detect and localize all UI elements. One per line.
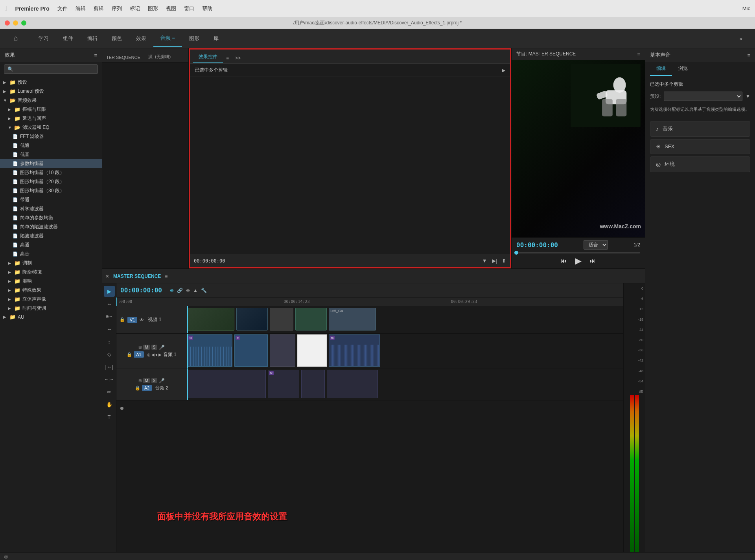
audio-clip-a2-4[interactable]	[327, 370, 378, 398]
next-frame-btn[interactable]: ⏭	[589, 257, 596, 264]
traffic-light-red[interactable]	[5, 20, 10, 26]
timeline-ruler[interactable]: :00:00 00:00:14:23 00:00:29:23	[116, 297, 623, 306]
expand-arrow[interactable]: ▶	[502, 68, 505, 73]
nav-item-components[interactable]: 组件	[56, 30, 80, 47]
tool-pen[interactable]: ✏	[104, 386, 115, 397]
tree-item-denoise[interactable]: ▶ 📁 降杂/恢复	[0, 268, 102, 277]
menu-item-file[interactable]: 文件	[57, 5, 68, 12]
tab-browse[interactable]: 浏览	[672, 62, 694, 76]
tree-item-au[interactable]: ▶ 📁 AU	[0, 313, 102, 321]
video-clip-1[interactable]	[187, 308, 234, 330]
tree-item-treble[interactable]: 📄 高音	[0, 250, 102, 259]
tree-item-audio-effects[interactable]: ▼ 📂 音频效果	[0, 96, 102, 105]
basic-sound-menu-icon[interactable]: ≡	[747, 52, 750, 58]
tool-slip[interactable]: |↔|	[104, 361, 115, 372]
program-timecode[interactable]: 00:00:00:00	[516, 241, 558, 249]
track-a2-mic-icon[interactable]: 🎤	[159, 378, 165, 384]
tool-track-select[interactable]: ↔	[104, 298, 115, 309]
export-icon[interactable]: ⬆	[502, 258, 506, 264]
category-sfx[interactable]: ✳ SFX	[650, 139, 750, 154]
track-v1-eye-icon[interactable]: 👁	[140, 318, 144, 322]
audio-clip-a1-1[interactable]: fx	[187, 334, 232, 367]
nav-item-learn[interactable]: 学习	[31, 30, 56, 47]
menu-item-mark[interactable]: 标记	[130, 5, 140, 12]
video-clip-2[interactable]	[236, 308, 268, 330]
effects-search-input[interactable]	[4, 64, 98, 74]
tree-item-lowpass[interactable]: 📄 低通	[0, 141, 102, 150]
playhead-indicator[interactable]	[514, 251, 518, 255]
tree-item-scientific-filter[interactable]: 📄 科学滤波器	[0, 204, 102, 213]
tree-item-graphic-eq-10[interactable]: 📄 图形均衡器（10 段）	[0, 168, 102, 177]
audio-clip-a1-4[interactable]	[297, 334, 327, 367]
menu-item-view[interactable]: 视图	[166, 5, 176, 12]
tree-item-delay[interactable]: ▶ 📁 延迟与回声	[0, 114, 102, 123]
timeline-menu-btn[interactable]: ≡	[165, 274, 168, 279]
tree-item-bandpass[interactable]: 📄 带通	[0, 195, 102, 204]
track-a2-lock-icon[interactable]: 🔒	[135, 386, 140, 391]
tree-item-highpass[interactable]: 📄 高通	[0, 241, 102, 250]
tab-effects-control[interactable]: 效果控件	[193, 51, 223, 63]
snap-icon[interactable]: ⊕	[170, 288, 174, 293]
link-icon[interactable]: 🔗	[177, 288, 183, 293]
nav-item-color[interactable]: 颜色	[105, 30, 129, 47]
tree-item-graphic-eq-30[interactable]: 📄 图形均衡器（30 段）	[0, 186, 102, 195]
timeline-close-btn[interactable]: ✕	[105, 274, 109, 279]
timeline-timecode[interactable]: 00:00:00:00	[120, 286, 162, 294]
nav-more-icon[interactable]: »	[735, 31, 747, 46]
menu-item-sequence[interactable]: 序列	[112, 5, 122, 12]
effects-menu-btn[interactable]: ≡	[223, 53, 232, 63]
nav-item-graphics[interactable]: 图形	[182, 30, 206, 47]
playback-bar[interactable]	[516, 252, 640, 253]
traffic-light-green[interactable]	[21, 20, 26, 26]
tree-item-filter-eq[interactable]: ▼ 📂 滤波器和 EQ	[0, 123, 102, 132]
tree-item-stereo[interactable]: ▶ 📁 立体声声像	[0, 295, 102, 304]
tab-edit[interactable]: 编辑	[650, 62, 672, 76]
tab-ter-sequence[interactable]: TER SEQUENCE	[102, 53, 144, 62]
program-menu-icon[interactable]: ≡	[637, 51, 640, 57]
vol-arrow-right[interactable]: ▶	[158, 353, 162, 357]
tool-rolling[interactable]: ↔	[104, 323, 115, 334]
effects-timecode[interactable]: 00:00:00:00	[194, 258, 225, 264]
tree-item-notch[interactable]: 📄 陷波滤波器	[0, 231, 102, 241]
fit-dropdown[interactable]: 适合	[584, 240, 608, 250]
tool-hand[interactable]: ✋	[104, 399, 115, 410]
tab-source-no-clip[interactable]: 源: (无剪辑)	[144, 51, 175, 62]
track-a1-lock-icon[interactable]: 🔒	[127, 352, 132, 357]
video-clip-5[interactable]: 1A5_Ga	[329, 308, 376, 330]
tree-item-fft[interactable]: 📄 FFT 滤波器	[0, 132, 102, 141]
track-a1-sync-icon[interactable]: ⊞	[138, 345, 142, 349]
track-a2-s[interactable]: S	[151, 378, 157, 383]
wrench-icon[interactable]: 🔧	[201, 288, 207, 293]
nav-item-audio[interactable]: 音频 ≡	[153, 30, 182, 47]
tool-rate-stretch[interactable]: ↕	[104, 336, 115, 347]
tree-item-modulation[interactable]: ▶ 📁 调制	[0, 259, 102, 268]
tree-item-amplitude[interactable]: ▶ 📁 振幅与压限	[0, 105, 102, 114]
tree-item-simple-notch[interactable]: 📄 简单的陷波滤波器	[0, 222, 102, 231]
preset-select[interactable]	[664, 92, 742, 101]
nav-item-library[interactable]: 库	[206, 30, 226, 47]
audio-clip-a2-1[interactable]	[187, 370, 266, 398]
track-a2-m[interactable]: M	[143, 378, 149, 383]
audio-clip-a2-2[interactable]: fx	[268, 370, 299, 398]
play-btn[interactable]: ▶	[575, 256, 582, 266]
volume-icon[interactable]: ◎	[147, 353, 151, 357]
tool-slide[interactable]: ←|→	[104, 374, 115, 385]
category-ambience[interactable]: ◎ 环境	[650, 156, 750, 172]
track-a1-s[interactable]: S	[151, 345, 157, 350]
tree-item-time-pitch[interactable]: ▶ 📁 时间与变调	[0, 304, 102, 313]
audio-clip-a2-3[interactable]	[301, 370, 325, 398]
audio-clip-a1-3[interactable]	[270, 334, 295, 367]
menu-item-graphic[interactable]: 图形	[148, 5, 158, 12]
bottom-icon[interactable]: ◎	[4, 554, 8, 559]
add-edit-icon[interactable]: ⊕	[186, 288, 190, 293]
track-a1-m[interactable]: M	[143, 345, 149, 350]
tree-item-simple-param-eq[interactable]: 📄 简单的参数均衡	[0, 213, 102, 222]
menu-item-help[interactable]: 帮助	[202, 5, 212, 12]
traffic-light-yellow[interactable]	[13, 20, 18, 26]
tool-text[interactable]: T	[104, 411, 115, 422]
track-a1-mic-icon[interactable]: 🎤	[159, 345, 165, 350]
tree-item-bass[interactable]: 📄 低音	[0, 150, 102, 159]
nav-item-edit[interactable]: 编辑	[80, 30, 105, 47]
effects-more-btn[interactable]: >>	[232, 53, 244, 63]
menu-item-window[interactable]: 窗口	[184, 5, 194, 12]
